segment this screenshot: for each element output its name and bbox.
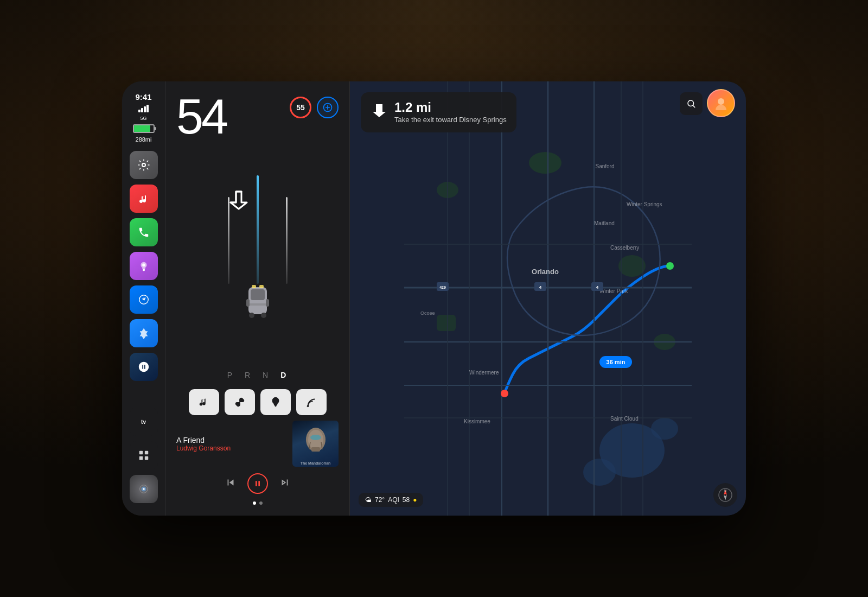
map-search-button[interactable] xyxy=(680,92,703,115)
lane-visualization xyxy=(176,149,339,364)
rewind-button[interactable] xyxy=(225,477,237,491)
car-vehicle-icon xyxy=(244,276,271,322)
svg-rect-5 xyxy=(144,451,148,454)
carrier-label: 5G xyxy=(140,116,146,121)
svg-point-0 xyxy=(142,163,145,167)
svg-rect-24 xyxy=(311,447,320,452)
aqi-value: 58 xyxy=(403,496,410,504)
svg-text:4: 4 xyxy=(539,285,542,290)
svg-rect-6 xyxy=(139,456,142,460)
gear-P: P xyxy=(227,371,234,379)
svg-rect-4 xyxy=(139,451,142,454)
signal-indicator xyxy=(138,105,149,112)
svg-point-59 xyxy=(501,390,508,397)
svg-point-31 xyxy=(529,152,561,174)
gear-N: N xyxy=(263,371,270,379)
album-art[interactable]: The Mandalorian xyxy=(292,421,339,467)
fan-quick-btn[interactable] xyxy=(225,389,255,415)
svg-text:Ocoee: Ocoee xyxy=(420,310,435,316)
sidebar-item-appletv[interactable]: tv xyxy=(130,408,158,436)
svg-rect-35 xyxy=(437,315,456,331)
music-controls xyxy=(176,473,339,494)
sidebar-item-siri[interactable] xyxy=(130,475,158,503)
nav-direction-arrow xyxy=(371,101,388,118)
nav-text-content: 1.2 mi Take the exit toward Disney Sprin… xyxy=(394,100,507,125)
svg-point-10 xyxy=(143,488,145,490)
driving-panel: 54 55 xyxy=(165,81,350,516)
sidebar-item-podcasts[interactable] xyxy=(130,252,158,280)
album-art-image: The Mandalorian xyxy=(292,421,339,467)
music-info-row: A Friend Ludwig Goransson xyxy=(176,421,339,467)
svg-rect-2 xyxy=(143,269,145,271)
svg-text:Windermere: Windermere xyxy=(469,370,499,376)
svg-text:Orlando: Orlando xyxy=(532,268,559,276)
album-title-overlay: The Mandalorian xyxy=(301,461,331,465)
svg-point-14 xyxy=(249,313,254,318)
svg-point-23 xyxy=(310,435,321,440)
weather-icon: 🌤 xyxy=(365,496,372,504)
battery-range: 288mi xyxy=(136,136,152,143)
map-panel: Orlando Sanford Winter Springs Casselber… xyxy=(350,81,746,516)
svg-point-58 xyxy=(666,262,674,270)
signal-bar-3 xyxy=(144,106,146,112)
svg-rect-17 xyxy=(266,299,269,307)
music-quick-btn[interactable] xyxy=(189,389,219,415)
speed-limit-badge: 55 xyxy=(290,97,311,118)
signal-bar-1 xyxy=(138,110,141,112)
pause-button[interactable] xyxy=(247,473,268,494)
svg-text:429: 429 xyxy=(439,285,446,289)
forward-button[interactable] xyxy=(279,477,291,491)
gear-selector: P R N D xyxy=(176,366,339,384)
light-quick-btn[interactable] xyxy=(260,389,291,415)
sidebar-item-settings[interactable] xyxy=(130,151,158,179)
svg-point-30 xyxy=(651,418,678,440)
lane-line-center xyxy=(257,175,259,284)
svg-text:N: N xyxy=(724,489,726,492)
sidebar-item-phone[interactable] xyxy=(130,218,158,246)
sidebar-item-grid[interactable] xyxy=(130,441,158,469)
svg-rect-18 xyxy=(252,285,256,288)
sidebar-item-testflight[interactable] xyxy=(130,319,158,347)
sidebar-item-music[interactable] xyxy=(130,185,158,213)
lane-line-right xyxy=(286,197,288,284)
compass: N xyxy=(713,483,737,507)
battery-fill xyxy=(134,125,151,132)
page-dot-1 xyxy=(253,501,256,505)
svg-rect-19 xyxy=(259,285,264,288)
temperature: 72° xyxy=(375,496,385,504)
svg-rect-7 xyxy=(144,456,148,460)
aqi-label: AQI xyxy=(388,496,399,504)
sidebar-item-shazam[interactable] xyxy=(130,353,158,381)
speed-header: 54 55 xyxy=(176,92,339,141)
wiper-quick-btn[interactable] xyxy=(296,389,327,415)
svg-rect-12 xyxy=(251,289,265,300)
music-text: A Friend Ludwig Goransson xyxy=(176,436,287,452)
quick-controls xyxy=(176,389,339,415)
music-player: A Friend Ludwig Goransson xyxy=(176,421,339,505)
sidebar: 9:41 5G 288mi xyxy=(122,81,165,516)
artist-name: Ludwig Goransson xyxy=(176,444,287,452)
svg-text:4: 4 xyxy=(596,285,599,290)
svg-rect-13 xyxy=(248,303,267,306)
speed-value: 54 xyxy=(176,92,226,141)
map-svg: Orlando Sanford Winter Springs Casselber… xyxy=(350,81,746,516)
status-time: 9:41 xyxy=(135,92,151,101)
gear-R: R xyxy=(245,371,252,379)
aqi-dot: ● xyxy=(413,496,417,504)
svg-text:36 min: 36 min xyxy=(607,359,626,365)
nav-instruction-card: 1.2 mi Take the exit toward Disney Sprin… xyxy=(361,92,516,132)
autopilot-badge xyxy=(317,97,339,118)
appletv-label: tv xyxy=(141,419,146,425)
signal-bar-4 xyxy=(146,105,149,112)
lane-line-left xyxy=(228,197,229,284)
user-avatar[interactable] xyxy=(707,89,735,117)
svg-text:Kissimmee: Kissimmee xyxy=(464,418,490,424)
sidebar-item-safari[interactable] xyxy=(130,285,158,314)
svg-point-33 xyxy=(618,255,646,277)
svg-text:Winter Park: Winter Park xyxy=(599,288,628,294)
gear-D: D xyxy=(280,371,288,379)
weather-display: 🌤 72° AQI 58 ● xyxy=(359,493,423,507)
svg-point-15 xyxy=(261,313,266,318)
svg-text:Sanford: Sanford xyxy=(595,163,614,169)
page-dot-2 xyxy=(259,501,263,505)
